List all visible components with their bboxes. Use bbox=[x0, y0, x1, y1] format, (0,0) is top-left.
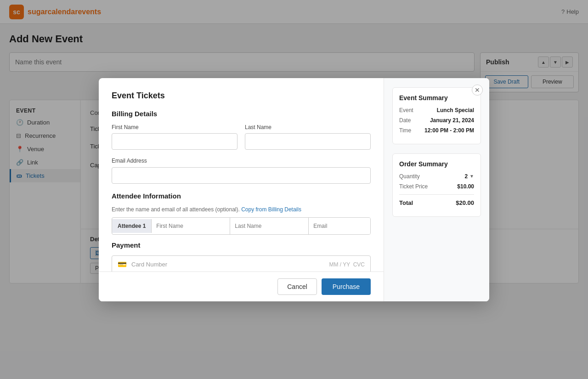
event-summary-event-row: Event Lunch Special bbox=[399, 107, 474, 113]
payment-card-wrap: 💳 Card Number MM / YY CVC bbox=[112, 255, 371, 274]
quantity-chevron-icon: ▼ bbox=[469, 174, 474, 179]
order-total-row: Total $20.00 bbox=[399, 199, 474, 206]
order-summary-box: Order Summary Quantity 2 ▼ Ticket Price … bbox=[392, 153, 481, 217]
event-key: Event bbox=[399, 107, 413, 113]
event-summary-box: Event Summary Event Lunch Special Date J… bbox=[392, 87, 481, 144]
total-key: Total bbox=[399, 199, 413, 206]
card-number-placeholder: Card Number bbox=[131, 261, 324, 268]
attendee-section-title: Attendee Information bbox=[112, 192, 371, 200]
card-icon: 💳 bbox=[118, 260, 127, 269]
event-summary-title: Event Summary bbox=[399, 94, 474, 102]
first-name-label: First Name bbox=[112, 124, 237, 130]
ticket-price-value: $10.00 bbox=[457, 183, 474, 190]
quantity-key: Quantity bbox=[399, 173, 420, 180]
event-tickets-modal: ✕ Event Tickets Billing Details First Na… bbox=[99, 78, 489, 301]
attendee-subtitle: Enter the name and email of all attendee… bbox=[112, 206, 371, 213]
purchase-button[interactable]: Purchase bbox=[322, 278, 371, 295]
event-value: Lunch Special bbox=[437, 107, 474, 113]
billing-section-title: Billing Details bbox=[112, 110, 371, 118]
modal-overlay[interactable]: ✕ Event Tickets Billing Details First Na… bbox=[0, 0, 588, 379]
attendee-last-name-input[interactable] bbox=[230, 218, 309, 234]
first-name-group: First Name bbox=[112, 124, 237, 150]
last-name-group: Last Name bbox=[245, 124, 371, 150]
email-label: Email Address bbox=[112, 158, 147, 164]
attendee-row: Attendee 1 + − bbox=[112, 217, 371, 235]
modal-sidebar: Event Summary Event Lunch Special Date J… bbox=[384, 78, 489, 301]
event-summary-date-row: Date January 21, 2024 bbox=[399, 117, 474, 124]
modal-footer: Cancel Purchase bbox=[99, 272, 384, 301]
quantity-value: 2 ▼ bbox=[464, 173, 474, 180]
last-name-label: Last Name bbox=[245, 124, 371, 130]
date-key: Date bbox=[399, 117, 411, 124]
order-quantity-row: Quantity 2 ▼ bbox=[399, 173, 474, 180]
billing-name-row: First Name Last Name bbox=[112, 124, 371, 150]
date-value: January 21, 2024 bbox=[430, 117, 474, 124]
modal-main-content: Event Tickets Billing Details First Name… bbox=[99, 78, 384, 301]
payment-section-title: Payment bbox=[112, 241, 371, 249]
ticket-price-key: Ticket Price bbox=[399, 183, 428, 190]
order-summary-title: Order Summary bbox=[399, 160, 474, 168]
time-key: Time bbox=[399, 127, 411, 134]
modal-close-button[interactable]: ✕ bbox=[472, 85, 483, 96]
cancel-button[interactable]: Cancel bbox=[277, 278, 317, 295]
attendee-email-input[interactable] bbox=[309, 218, 371, 234]
email-group: Email Address bbox=[112, 156, 371, 184]
last-name-input[interactable] bbox=[245, 133, 371, 150]
card-expiry-placeholder: MM / YY CVC bbox=[329, 261, 365, 268]
modal-title: Event Tickets bbox=[112, 91, 371, 101]
email-input[interactable] bbox=[112, 167, 371, 184]
attendee-first-name-input[interactable] bbox=[152, 218, 230, 234]
total-value: $20.00 bbox=[456, 199, 474, 206]
attendee-badge: Attendee 1 bbox=[112, 219, 152, 233]
order-ticket-price-row: Ticket Price $10.00 bbox=[399, 183, 474, 190]
first-name-input[interactable] bbox=[112, 133, 237, 150]
event-summary-time-row: Time 12:00 PM - 2:00 PM bbox=[399, 127, 474, 134]
copy-from-billing-link[interactable]: Copy from Billing Details bbox=[241, 206, 301, 213]
time-value: 12:00 PM - 2:00 PM bbox=[424, 127, 474, 134]
